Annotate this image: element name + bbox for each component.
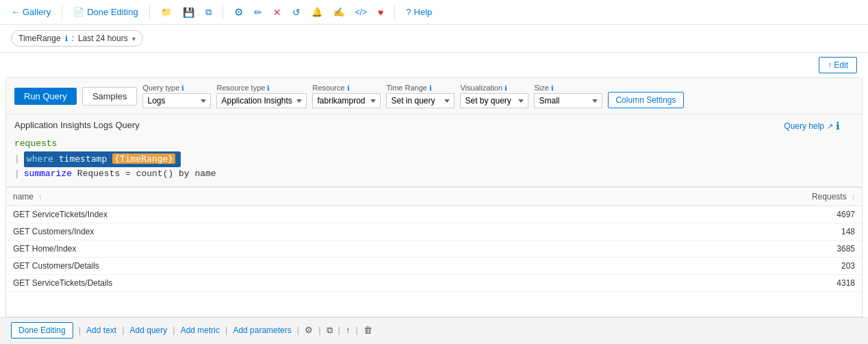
back-arrow-icon: ← xyxy=(11,7,20,17)
heart-button[interactable]: ♥ xyxy=(375,5,386,19)
cell-name: GET Home/Index xyxy=(6,241,576,258)
table-row: GET Home/Index 3685 xyxy=(6,241,862,258)
query-type-group: Query type ℹ Logs xyxy=(142,84,211,108)
add-text-link[interactable]: Add text xyxy=(86,325,116,335)
table-row: GET Customers/Details 203 xyxy=(6,258,862,275)
query-type-select[interactable]: Logs xyxy=(142,93,211,108)
settings2-icon[interactable]: ⚙ xyxy=(305,325,313,335)
trash-icon[interactable]: 🗑 xyxy=(363,325,372,335)
edit2-button[interactable]: ✍ xyxy=(331,5,347,19)
time-range-info-icon: ℹ xyxy=(65,34,68,43)
query-type-label: Query type ℹ xyxy=(142,84,211,92)
time-range-bar: TimeRange ℹ : Last 24 hours ▾ xyxy=(0,25,868,53)
cell-requests: 4318 xyxy=(576,275,862,292)
add-query-link[interactable]: Add query xyxy=(130,325,168,335)
bell-button[interactable]: 🔔 xyxy=(309,5,325,19)
visualization-label: Visualization ℹ xyxy=(460,84,528,92)
copy2-icon[interactable]: ⧉ xyxy=(327,325,333,336)
bottom-bar: Done Editing | Add text | Add query | Ad… xyxy=(0,317,868,342)
copy-icon: ⧉ xyxy=(205,7,212,18)
toolbar-sep-2 xyxy=(149,5,150,19)
copy-button[interactable]: ⧉ xyxy=(203,5,214,19)
refresh-button[interactable]: ↺ xyxy=(290,5,303,19)
col-header-requests[interactable]: Requests ↕ xyxy=(576,188,862,206)
table-row: GET Customers/Index 148 xyxy=(6,223,862,241)
question-icon: ? xyxy=(406,7,411,17)
resource-type-label: Resource type ℹ xyxy=(216,84,307,92)
query-panel: Run Query Samples Query type ℹ Logs Reso… xyxy=(5,77,863,187)
toolbar-sep-1 xyxy=(62,5,62,19)
add-metric-link[interactable]: Add metric xyxy=(181,325,220,335)
table-row: GET ServiceTickets/Details 4318 xyxy=(6,275,862,292)
query-line-3: | summarize Requests = count() by name xyxy=(14,167,854,182)
cell-requests: 4697 xyxy=(576,206,862,223)
close-button[interactable]: ✕ xyxy=(270,5,284,19)
save-icon: 💾 xyxy=(183,7,194,18)
cell-name: GET ServiceTickets/Details xyxy=(6,275,576,292)
bell-icon: 🔔 xyxy=(311,7,322,17)
results-table: name ↕ Requests ↕ GET ServiceTickets/Ind… xyxy=(6,188,862,292)
query-help-link[interactable]: Query help ↗ ℹ xyxy=(784,120,840,132)
help-button[interactable]: ? Help xyxy=(403,5,435,19)
done-editing-bottom-button[interactable]: Done Editing xyxy=(11,322,73,339)
query-type-info-icon: ℹ xyxy=(181,84,184,92)
time-range-query-select[interactable]: Set in query xyxy=(386,93,455,108)
visualization-select[interactable]: Set by query xyxy=(460,93,528,108)
external-link-icon: ↗ xyxy=(827,122,833,131)
query-editor-title: Application Insights Logs Query xyxy=(14,120,140,130)
resource-type-info-icon: ℹ xyxy=(267,84,270,92)
done-editing-top-button[interactable]: 📄 Done Editing xyxy=(71,5,140,19)
timerange-token: {TimeRange} xyxy=(112,153,175,164)
help-label: Help xyxy=(414,7,433,17)
column-settings-button[interactable]: Column Settings xyxy=(608,92,683,108)
edit-button[interactable]: ↑ Edit xyxy=(819,57,857,73)
resource-type-group: Resource type ℹ Application Insights xyxy=(216,84,307,108)
size-info-icon: ℹ xyxy=(551,84,554,92)
query-editor-section: Application Insights Logs Query Query he… xyxy=(6,114,862,186)
settings-icon: ⚙ xyxy=(234,6,243,19)
code-button[interactable]: </> xyxy=(353,6,370,19)
close-icon: ✕ xyxy=(273,7,281,18)
size-select[interactable]: Small xyxy=(534,93,602,108)
col-sort-name-icon: ↕ xyxy=(38,193,42,201)
visualization-group: Visualization ℹ Set by query xyxy=(460,84,528,108)
col-sort-requests-icon: ↕ xyxy=(852,193,855,201)
time-range-name: TimeRange xyxy=(18,34,61,43)
where-highlight: where timestamp {TimeRange} xyxy=(24,151,181,167)
size-group: Size ℹ Small xyxy=(534,84,602,108)
folder-icon: 📁 xyxy=(161,7,172,17)
up-arrow-icon[interactable]: ↑ xyxy=(346,325,350,335)
code-icon: </> xyxy=(355,8,367,17)
visualization-info-icon: ℹ xyxy=(505,84,507,92)
toolbar-sep-4 xyxy=(394,5,395,19)
page-icon: 📄 xyxy=(73,7,84,17)
cell-name: GET ServiceTickets/Index xyxy=(6,206,576,223)
size-label: Size ℹ xyxy=(534,84,602,92)
save-button[interactable]: 💾 xyxy=(180,5,197,19)
query-editor[interactable]: requests | where timestamp {TimeRange} |… xyxy=(14,134,854,184)
query-line-1: requests xyxy=(14,137,854,151)
resource-select[interactable]: fabrikamprod xyxy=(312,93,381,108)
gallery-button[interactable]: ← Gallery xyxy=(8,5,53,19)
samples-button[interactable]: Samples xyxy=(82,87,138,106)
time-range-query-group: Time Range ℹ Set in query xyxy=(386,84,455,108)
gallery-label: Gallery xyxy=(23,7,51,17)
time-range-selector[interactable]: TimeRange ℹ : Last 24 hours ▾ xyxy=(11,30,143,47)
cell-name: GET Customers/Details xyxy=(6,258,576,275)
cell-requests: 3685 xyxy=(576,241,862,258)
folder-button[interactable]: 📁 xyxy=(158,5,175,19)
done-editing-top-label: Done Editing xyxy=(87,7,138,17)
pencil-icon: ✏ xyxy=(254,7,262,18)
run-query-button[interactable]: Run Query xyxy=(14,88,77,105)
settings-button[interactable]: ⚙ xyxy=(231,5,246,20)
table-row: GET ServiceTickets/Index 4697 xyxy=(6,206,862,223)
resource-type-select[interactable]: Application Insights xyxy=(216,93,307,108)
resource-group: Resource ℹ fabrikamprod xyxy=(312,84,381,108)
refresh-icon: ↺ xyxy=(292,7,301,18)
add-parameters-link[interactable]: Add parameters xyxy=(233,325,291,335)
query-toolbar: Run Query Samples Query type ℹ Logs Reso… xyxy=(6,78,862,114)
col-header-name[interactable]: name ↕ xyxy=(6,188,576,206)
pencil-button[interactable]: ✏ xyxy=(251,5,265,19)
results-body: GET ServiceTickets/Index 4697 GET Custom… xyxy=(6,206,862,292)
time-range-query-info-icon: ℹ xyxy=(429,84,432,92)
